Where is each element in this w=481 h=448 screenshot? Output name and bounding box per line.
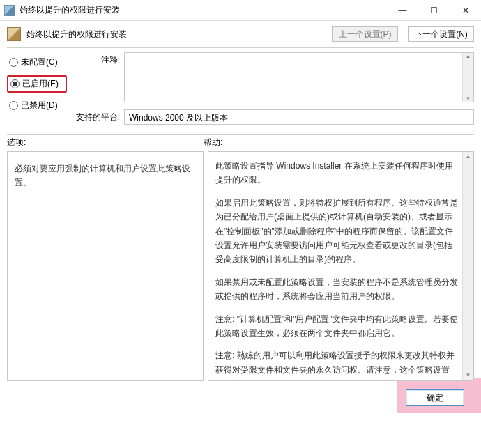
- policy-title: 始终以提升的权限进行安装: [26, 29, 322, 40]
- radio-label: 未配置(C): [21, 56, 58, 68]
- policy-icon: [7, 27, 21, 41]
- options-text: 必须对要应用强制的计算机和用户设置此策略设置。: [15, 164, 190, 187]
- options-panel: 必须对要应用强制的计算机和用户设置此策略设置。: [7, 151, 204, 381]
- scrollbar[interactable]: ▲▼: [462, 152, 473, 380]
- help-panel: 此策略设置指导 Windows Installer 在系统上安装任何程序时使用提…: [208, 151, 474, 381]
- radio-label: 已启用(E): [22, 78, 59, 90]
- platform-value: Windows 2000 及以上版本: [129, 113, 228, 123]
- help-paragraph: 如果启用此策略设置，则将特权扩展到所有程序。这些特权通常是为已分配给用户(桌面上…: [215, 196, 458, 267]
- next-setting-button[interactable]: 下一个设置(N): [408, 26, 474, 42]
- scrollbar[interactable]: ▲▼: [462, 53, 473, 102]
- ok-button[interactable]: 确定: [406, 389, 464, 406]
- supported-platform-field: Windows 2000 及以上版本: [124, 109, 474, 125]
- maximize-button[interactable]: ☐: [418, 0, 450, 20]
- radio-icon: [9, 101, 18, 110]
- radio-not-configured[interactable]: 未配置(C): [7, 55, 67, 70]
- options-label: 选项:: [7, 137, 204, 148]
- help-paragraph: 注意: "计算机配置"和"用户配置"文件夹中均有此策略设置。若要使此策略设置生效…: [215, 312, 458, 341]
- comment-textarea[interactable]: ▲▼: [124, 52, 474, 102]
- previous-setting-button[interactable]: 上一个设置(P): [332, 26, 398, 42]
- radio-disabled[interactable]: 已禁用(D): [7, 98, 67, 113]
- close-button[interactable]: ✕: [450, 0, 481, 20]
- platform-label: 支持的平台:: [75, 109, 120, 123]
- comment-label: 注释:: [75, 52, 120, 66]
- radio-icon: [10, 79, 20, 88]
- help-paragraph: 注意: 熟练的用户可以利用此策略设置授予的权限来更改其特权并获得对受限文件和文件…: [215, 348, 458, 381]
- help-paragraph: 此策略设置指导 Windows Installer 在系统上安装任何程序时使用提…: [215, 159, 458, 187]
- radio-enabled[interactable]: 已启用(E): [7, 75, 67, 93]
- help-label: 帮助:: [204, 137, 222, 148]
- help-paragraph: 如果禁用或未配置此策略设置，当安装的程序不是系统管理员分发或提供的程序时，系统将…: [215, 275, 458, 304]
- app-icon: [4, 5, 15, 16]
- radio-icon: [9, 58, 18, 67]
- minimize-button[interactable]: —: [387, 0, 418, 20]
- window-title: 始终以提升的权限进行安装: [20, 4, 387, 16]
- radio-label: 已禁用(D): [21, 100, 58, 111]
